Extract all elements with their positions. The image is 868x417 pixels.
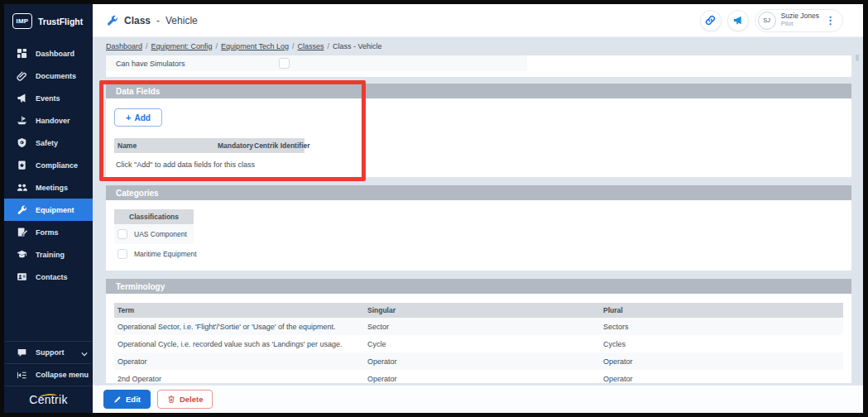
can-have-simulators-row: Can have Simulators: [106, 55, 527, 71]
add-button[interactable]: + Add: [114, 108, 162, 127]
centrik-logo: Centrik: [4, 386, 93, 413]
people-icon: [16, 182, 27, 194]
sidebar-item-events[interactable]: Events: [4, 87, 93, 109]
collapse-menu-button[interactable]: Collapse menu: [4, 363, 93, 386]
sidebar-item-documents[interactable]: Documents: [4, 65, 93, 87]
can-have-simulators-checkbox[interactable]: [279, 58, 290, 69]
sidebar-item-support[interactable]: Support: [4, 341, 93, 363]
main-area: Class - Vehicle SJ Suzie Jones Pilot: [93, 4, 863, 413]
breadcrumb-link-dashboard[interactable]: Dashboard: [106, 42, 142, 50]
support-icon: [16, 347, 27, 358]
terminology-section: Terminology Term Singular Plural: [106, 279, 851, 383]
paperclip-icon: [16, 70, 27, 82]
sidebar-item-label: Dashboard: [36, 50, 74, 58]
page-title: Class - Vehicle: [106, 14, 198, 26]
action-bar: Edit Delete: [93, 385, 863, 413]
handover-icon: [16, 115, 27, 127]
breadcrumb: Dashboard / Equipment: Config / Equipmen…: [93, 37, 863, 55]
chevron-down-icon: [81, 345, 88, 360]
imp-logo-badge: IMP: [12, 13, 32, 29]
top-bar: Class - Vehicle SJ Suzie Jones Pilot: [93, 4, 863, 37]
trash-icon: [167, 395, 175, 404]
field-label: Can have Simulators: [106, 60, 185, 68]
wrench-icon: [16, 204, 27, 216]
logo-text: TrustFlight: [38, 17, 83, 26]
section-header: Data Fields: [106, 84, 851, 98]
pencil-icon: [113, 395, 122, 404]
link-icon: [705, 15, 716, 26]
categories-section: Categories Classifications UAS Component…: [106, 185, 851, 271]
sidebar-item-equipment[interactable]: Equipment: [4, 199, 93, 221]
title-primary: Class: [124, 15, 151, 26]
plus-icon: +: [126, 113, 131, 122]
title-secondary: Vehicle: [165, 15, 198, 26]
sidebar-item-label: Events: [36, 94, 60, 103]
breadcrumb-link-equipment-tech-log[interactable]: Equipment Tech Log: [221, 42, 289, 50]
avatar: SJ: [758, 12, 776, 30]
uas-component-checkbox[interactable]: [117, 229, 127, 239]
collapse-left-icon: [16, 369, 27, 381]
table-row: OperatorOperatorOperator: [114, 352, 843, 370]
data-fields-section: Data Fields + Add Name Mandatory Centrik…: [106, 84, 851, 177]
sidebar-item-label: Training: [36, 251, 65, 259]
sidebar-item-forms[interactable]: Forms: [4, 221, 93, 243]
logo[interactable]: IMP TrustFlight: [4, 4, 93, 37]
sidebar-item-label: Safety: [36, 139, 58, 147]
sidebar-item-label: Equipment: [36, 206, 74, 214]
breadcrumb-current: Class - Vehicle: [333, 42, 382, 50]
announcements-button[interactable]: [727, 10, 749, 31]
shield-icon: [16, 137, 27, 149]
breadcrumb-link-equipment-config[interactable]: Equipment: Config: [151, 42, 213, 50]
sidebar-item-contacts[interactable]: Contacts: [4, 266, 93, 288]
empty-state-text: Click "Add" to add data fields for this …: [114, 161, 843, 169]
link-button[interactable]: [700, 10, 722, 31]
megaphone-icon: [732, 15, 743, 26]
category-row: UAS Component: [114, 224, 194, 244]
category-row: Maritime Equipment: [114, 244, 194, 264]
clipboard-star-icon: [16, 160, 27, 171]
kebab-menu-icon[interactable]: ⋮: [824, 15, 837, 26]
terminology-table: Term Singular Plural Operational Sector,…: [114, 303, 843, 383]
table-row: Operational Sector, i.e. 'Flight'/'Sorti…: [114, 318, 843, 335]
sidebar-item-label: Contacts: [36, 273, 68, 281]
table-row: Operational Cycle, i.e. recorded value s…: [114, 335, 843, 352]
sidebar-item-label: Handover: [36, 117, 70, 125]
sidebar-item-dashboard[interactable]: Dashboard: [4, 42, 93, 65]
user-menu[interactable]: SJ Suzie Jones Pilot ⋮: [755, 9, 843, 32]
classifications-column-header: Classifications: [114, 209, 194, 224]
sidebar-item-label: Forms: [36, 228, 59, 237]
sidebar-item-safety[interactable]: Safety: [4, 132, 93, 154]
graduation-cap-icon: [16, 249, 27, 261]
sidebar-item-label: Compliance: [36, 161, 78, 170]
wrench-icon: [106, 14, 118, 26]
sidebar-item-label: Meetings: [36, 184, 68, 192]
window-frame: IMP TrustFlight Dashboard Documents Even…: [0, 0, 868, 417]
dashboard-icon: [16, 48, 27, 60]
delete-button[interactable]: Delete: [157, 390, 213, 409]
sidebar-item-label: Support: [36, 348, 65, 357]
sidebar: IMP TrustFlight Dashboard Documents Even…: [4, 4, 93, 413]
table-row: 2nd OperatorOperatorOperator: [114, 370, 843, 383]
sidebar-item-training[interactable]: Training: [4, 243, 93, 266]
maritime-equipment-checkbox[interactable]: [117, 249, 127, 259]
sidebar-item-meetings[interactable]: Meetings: [4, 176, 93, 199]
data-fields-table-header: Name Mandatory Centrik Identifier: [114, 138, 305, 153]
title-separator: -: [156, 15, 160, 26]
sidebar-item-compliance[interactable]: Compliance: [4, 154, 93, 176]
content-scroll-area: Can have Simulators Data Fields + Add Na…: [93, 55, 863, 385]
megaphone-icon: [16, 93, 27, 104]
section-header: Terminology: [106, 279, 851, 294]
scrolled-card: Can have Simulators: [106, 55, 851, 77]
sidebar-item-label: Documents: [36, 72, 76, 80]
scrollbar-thumb[interactable]: [856, 55, 859, 61]
user-role: Pilot: [781, 21, 819, 28]
section-header: Categories: [106, 185, 851, 200]
form-pen-icon: [16, 227, 27, 238]
app: IMP TrustFlight Dashboard Documents Even…: [4, 4, 863, 413]
sidebar-item-handover[interactable]: Handover: [4, 109, 93, 132]
breadcrumb-link-classes[interactable]: Classes: [298, 42, 324, 50]
edit-button[interactable]: Edit: [103, 390, 151, 409]
id-card-icon: [16, 271, 27, 283]
sidebar-item-label: Collapse menu: [36, 371, 89, 379]
